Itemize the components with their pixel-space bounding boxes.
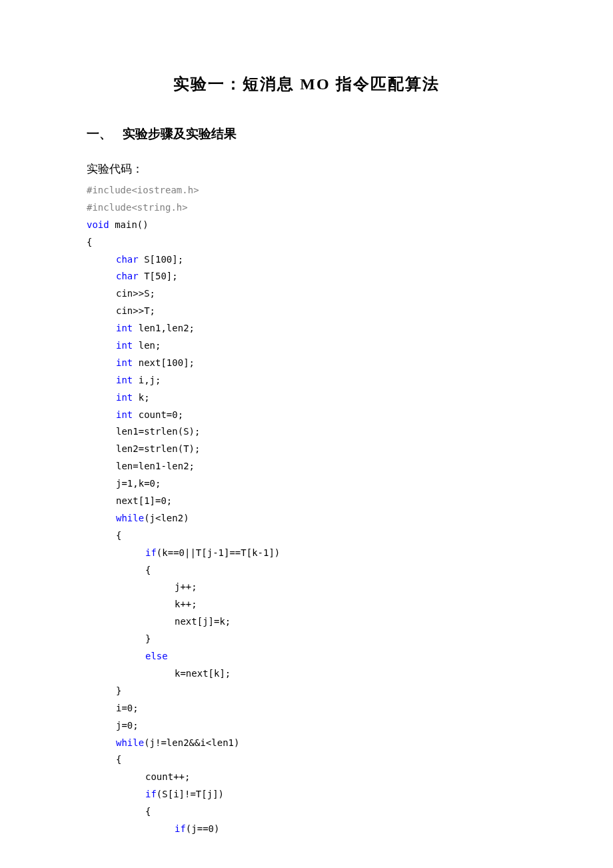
code-line: len2=strlen(T); xyxy=(87,443,200,454)
code-line: if(k==0||T[j-1]==T[k-1]) xyxy=(87,547,280,558)
code-line: j=0; xyxy=(87,720,139,731)
code-line: int len; xyxy=(87,340,161,351)
code-line: { xyxy=(87,565,151,575)
code-line: count++; xyxy=(87,771,190,782)
code-line: { xyxy=(87,237,92,247)
section-title: 实验步骤及实验结果 xyxy=(123,127,237,141)
code-line: #include<iostream.h> xyxy=(87,185,199,195)
code-line: else xyxy=(87,651,168,661)
code-line: k++; xyxy=(87,599,197,609)
code-line: } xyxy=(87,633,151,644)
document-page: 实验一：短消息 MO 指令匹配算法 一、实验步骤及实验结果 实验代码： #inc… xyxy=(0,0,613,868)
code-line: int k; xyxy=(87,392,150,403)
code-line: #include<string.h> xyxy=(87,202,188,213)
code-line: next[j]=k; xyxy=(87,616,231,627)
code-line: k=next[k]; xyxy=(87,668,231,679)
code-line: while(j!=len2&&i<len1) xyxy=(87,737,239,748)
section-number: 一、 xyxy=(87,125,112,143)
code-line: char S[100]; xyxy=(87,254,183,265)
code-line: int next[100]; xyxy=(87,357,195,368)
code-line: char T[50]; xyxy=(87,271,178,281)
code-line: if(S[i]!=T[j]) xyxy=(87,789,224,799)
code-line: int len1,len2; xyxy=(87,323,195,333)
code-line: void main() xyxy=(87,219,149,230)
code-line: { xyxy=(87,806,151,817)
section-heading: 一、实验步骤及实验结果 xyxy=(87,125,526,143)
code-line: j++; xyxy=(87,581,197,592)
code-line: len=len1-len2; xyxy=(87,461,195,471)
code-block: #include<iostream.h> #include<string.h> … xyxy=(87,182,526,838)
sub-heading: 实验代码： xyxy=(87,161,526,177)
code-line: len1=strlen(S); xyxy=(87,426,200,437)
code-line: i=0; xyxy=(87,703,139,713)
code-line: { xyxy=(87,754,121,765)
code-line: j=1,k=0; xyxy=(87,478,161,489)
document-title: 实验一：短消息 MO 指令匹配算法 xyxy=(87,73,526,95)
code-line: int count=0; xyxy=(87,409,183,420)
code-line: cin>>T; xyxy=(87,305,155,316)
code-line: next[1]=0; xyxy=(87,495,172,506)
code-line: if(j==0) xyxy=(87,823,219,834)
code-line: } xyxy=(87,685,121,696)
code-line: int i,j; xyxy=(87,375,161,385)
code-line: { xyxy=(87,530,121,541)
code-line: cin>>S; xyxy=(87,288,155,299)
code-line: while(j<len2) xyxy=(87,513,189,523)
